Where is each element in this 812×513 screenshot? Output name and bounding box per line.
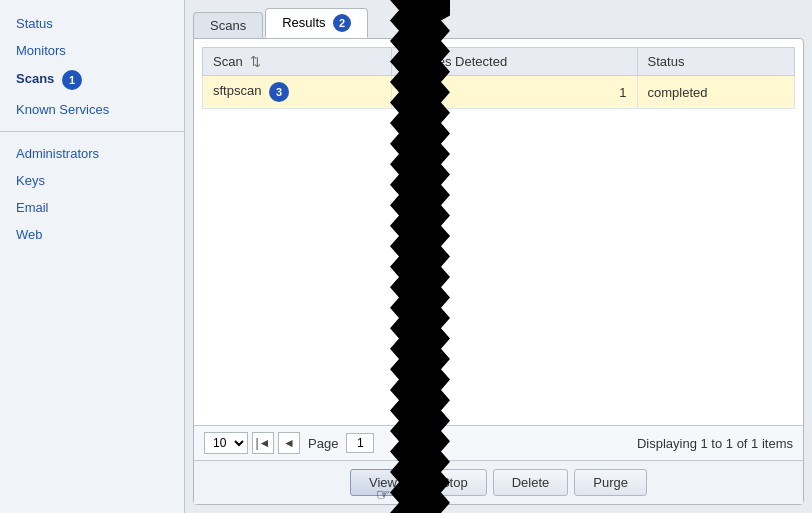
sidebar-item-label: Scans xyxy=(16,71,54,86)
scans-badge: 1 xyxy=(62,70,82,90)
cell-services-detected: 1 xyxy=(391,76,637,109)
tab-bar: Scans Results 2 xyxy=(193,8,804,38)
action-bar: View 4 ☞ Stop Delete Purge xyxy=(194,460,803,504)
tab-results[interactable]: Results 2 xyxy=(265,8,368,38)
table-area: Scan ⇅ Services Detected Status xyxy=(194,39,803,425)
tab-results-label: Results xyxy=(282,15,325,30)
pagination-info: Displaying 1 to 1 of 1 items xyxy=(637,436,793,451)
col-header-scan: Scan ⇅ xyxy=(203,48,392,76)
sidebar-item-label: Web xyxy=(16,227,43,242)
sidebar-item-known-services[interactable]: Known Services xyxy=(0,96,184,123)
main-content: Scans Results 2 Scan ⇅ Services Detected xyxy=(185,0,812,513)
cell-scan-name: sftpscan 3 xyxy=(203,76,392,109)
sidebar-item-administrators[interactable]: Administrators xyxy=(0,140,184,167)
sidebar-item-web[interactable]: Web xyxy=(0,221,184,248)
page-label: Page xyxy=(308,436,338,451)
col-header-status: Status xyxy=(637,48,794,76)
sort-icon[interactable]: ⇅ xyxy=(250,54,261,69)
prev-page-button[interactable]: ◄ xyxy=(278,432,300,454)
col-header-services: Services Detected xyxy=(391,48,637,76)
sidebar-section-top: Status Monitors Scans 1 Known Services xyxy=(0,10,184,123)
tab-scans[interactable]: Scans xyxy=(193,12,263,38)
results-tab-badge: 2 xyxy=(333,14,351,32)
sidebar-item-label: Email xyxy=(16,200,49,215)
sidebar-item-label: Status xyxy=(16,16,53,31)
per-page-select[interactable]: 10 25 50 xyxy=(204,432,248,454)
sidebar: Status Monitors Scans 1 Known Services A… xyxy=(0,0,185,513)
delete-button[interactable]: Delete xyxy=(493,469,569,496)
sidebar-item-label: Known Services xyxy=(16,102,109,117)
pagination: 10 25 50 |◄ ◄ Page Displaying 1 to 1 of … xyxy=(194,425,803,460)
sidebar-item-label: Keys xyxy=(16,173,45,188)
sidebar-item-label: Administrators xyxy=(16,146,99,161)
sidebar-item-status[interactable]: Status xyxy=(0,10,184,37)
tab-scans-label: Scans xyxy=(210,18,246,33)
stop-button[interactable]: Stop xyxy=(422,469,487,496)
sidebar-item-monitors[interactable]: Monitors xyxy=(0,37,184,64)
first-page-button[interactable]: |◄ xyxy=(252,432,274,454)
sidebar-item-email[interactable]: Email xyxy=(0,194,184,221)
table-header-row: Scan ⇅ Services Detected Status xyxy=(203,48,795,76)
purge-button[interactable]: Purge xyxy=(574,469,647,496)
page-number-input[interactable] xyxy=(346,433,374,453)
row-badge: 3 xyxy=(269,82,289,102)
view-badge: 4 xyxy=(406,459,426,479)
cell-status: completed xyxy=(637,76,794,109)
view-button-wrap: View 4 ☞ xyxy=(350,469,416,496)
panel: Scan ⇅ Services Detected Status xyxy=(193,38,804,505)
sidebar-item-scans[interactable]: Scans 1 xyxy=(0,64,184,96)
sidebar-item-keys[interactable]: Keys xyxy=(0,167,184,194)
results-table: Scan ⇅ Services Detected Status xyxy=(202,47,795,109)
sidebar-section-bottom: Administrators Keys Email Web xyxy=(0,140,184,248)
sidebar-item-label: Monitors xyxy=(16,43,66,58)
table-row[interactable]: sftpscan 3 1 completed xyxy=(203,76,795,109)
sidebar-divider xyxy=(0,131,184,132)
